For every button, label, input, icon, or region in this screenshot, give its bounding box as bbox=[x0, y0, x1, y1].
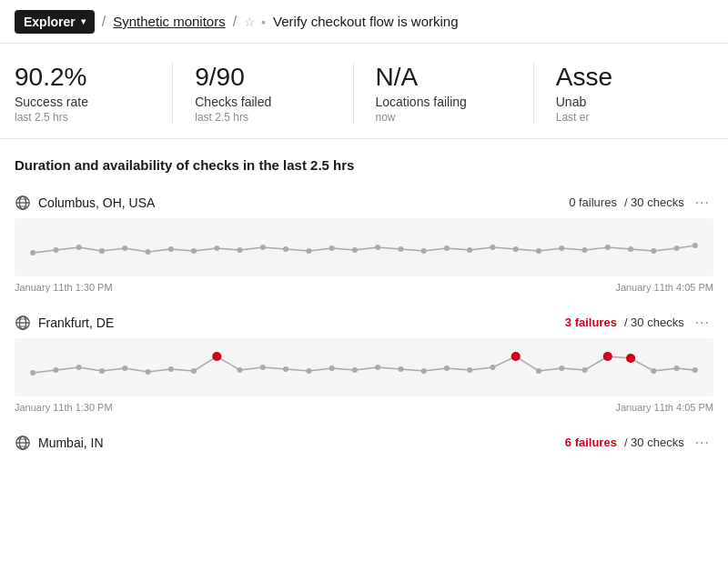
section-title: Duration and availability of checks in t… bbox=[15, 157, 713, 173]
locations-failing-value: N/A bbox=[376, 62, 511, 93]
svg-point-42 bbox=[76, 365, 82, 370]
location-columbus-name: Columbus, OH, USA bbox=[15, 195, 155, 211]
mumbai-stats: 6 failures / 30 checks ··· bbox=[565, 435, 713, 451]
page-title: Verify checkout flow is working bbox=[273, 14, 458, 29]
stat-locations-failing: N/A Locations failing now bbox=[376, 62, 533, 124]
checks-failed-sublabel: last 2.5 hrs bbox=[195, 111, 330, 124]
svg-point-69 bbox=[693, 367, 698, 373]
svg-point-19 bbox=[352, 247, 358, 253]
svg-point-51 bbox=[283, 366, 288, 372]
mumbai-name-text: Mumbai, IN bbox=[38, 436, 104, 450]
location-frankfurt-name: Frankfurt, DE bbox=[15, 315, 114, 331]
svg-point-48 bbox=[212, 352, 221, 361]
frankfurt-timestamps: January 11th 1:30 PM January 11th 4:05 P… bbox=[15, 400, 713, 424]
svg-point-12 bbox=[191, 248, 197, 254]
mumbai-more-button[interactable]: ··· bbox=[692, 435, 713, 451]
svg-point-15 bbox=[260, 245, 266, 250]
globe-icon-mumbai bbox=[15, 435, 31, 451]
frankfurt-end-time: January 11th 4:05 PM bbox=[615, 402, 713, 413]
svg-point-27 bbox=[536, 248, 541, 254]
frankfurt-failures: 3 failures bbox=[565, 316, 617, 329]
stat-divider-1 bbox=[172, 62, 173, 124]
svg-point-8 bbox=[99, 248, 105, 254]
svg-point-66 bbox=[626, 354, 635, 363]
mumbai-checks: / 30 checks bbox=[624, 436, 684, 449]
svg-point-57 bbox=[421, 368, 427, 374]
svg-point-44 bbox=[122, 366, 127, 371]
star-icon[interactable]: ☆ bbox=[244, 15, 256, 29]
assertions-sublabel: Last er bbox=[556, 111, 692, 124]
svg-point-46 bbox=[168, 366, 174, 372]
frankfurt-checks: / 30 checks bbox=[624, 316, 684, 329]
breadcrumb-icons: ☆ ▪ bbox=[244, 15, 266, 29]
stat-success-rate: 90.2% Success rate last 2.5 hrs bbox=[15, 62, 172, 124]
svg-point-16 bbox=[283, 246, 288, 252]
svg-point-28 bbox=[559, 245, 564, 251]
checks-failed-label: Checks failed bbox=[195, 95, 330, 109]
svg-point-40 bbox=[30, 370, 35, 376]
svg-point-25 bbox=[490, 245, 495, 250]
explorer-dropdown-button[interactable]: Explorer ▾ bbox=[15, 10, 95, 34]
svg-point-68 bbox=[674, 366, 680, 371]
svg-point-65 bbox=[603, 352, 612, 361]
svg-point-47 bbox=[191, 368, 197, 374]
svg-point-14 bbox=[238, 247, 243, 253]
stat-assertions: Asse Unab Last er bbox=[556, 62, 713, 124]
svg-point-53 bbox=[329, 366, 335, 371]
success-rate-value: 90.2% bbox=[15, 62, 150, 93]
svg-point-24 bbox=[467, 247, 472, 253]
columbus-end-time: January 11th 4:05 PM bbox=[615, 282, 713, 293]
svg-point-10 bbox=[145, 249, 150, 255]
location-columbus: Columbus, OH, USA 0 failures / 30 checks… bbox=[15, 191, 713, 304]
svg-point-7 bbox=[76, 245, 82, 250]
svg-point-50 bbox=[260, 365, 266, 370]
columbus-more-button[interactable]: ··· bbox=[692, 195, 713, 211]
columbus-checks: / 30 checks bbox=[624, 195, 684, 209]
globe-icon-columbus bbox=[15, 195, 31, 211]
explorer-label: Explorer bbox=[24, 15, 76, 29]
checks-failed-value: 9/90 bbox=[195, 62, 330, 93]
svg-point-49 bbox=[238, 367, 243, 373]
status-square-icon: ▪ bbox=[261, 15, 266, 29]
svg-point-56 bbox=[398, 366, 403, 372]
svg-point-26 bbox=[513, 246, 519, 252]
frankfurt-start-time: January 11th 1:30 PM bbox=[15, 402, 113, 413]
svg-point-62 bbox=[536, 368, 541, 374]
breadcrumb-bar: Explorer ▾ / Synthetic monitors / ☆ ▪ Ve… bbox=[0, 0, 728, 44]
svg-point-32 bbox=[651, 248, 656, 254]
success-rate-sublabel: last 2.5 hrs bbox=[15, 111, 150, 124]
columbus-stats: 0 failures / 30 checks ··· bbox=[569, 195, 713, 211]
svg-point-13 bbox=[214, 245, 219, 251]
assertions-label: Unab bbox=[556, 95, 692, 109]
svg-point-52 bbox=[306, 368, 311, 374]
svg-point-60 bbox=[490, 365, 495, 370]
svg-point-18 bbox=[329, 245, 335, 251]
synthetic-monitors-breadcrumb[interactable]: Synthetic monitors bbox=[113, 14, 225, 29]
stat-divider-3 bbox=[533, 62, 534, 124]
stats-row: 90.2% Success rate last 2.5 hrs 9/90 Che… bbox=[0, 44, 728, 139]
svg-point-17 bbox=[306, 248, 311, 254]
svg-point-34 bbox=[693, 243, 698, 248]
location-frankfurt-header: Frankfurt, DE 3 failures / 30 checks ··· bbox=[15, 311, 713, 338]
svg-point-30 bbox=[605, 245, 611, 250]
svg-point-41 bbox=[53, 367, 58, 373]
svg-point-45 bbox=[145, 369, 150, 375]
svg-point-9 bbox=[122, 245, 127, 251]
frankfurt-stats: 3 failures / 30 checks ··· bbox=[565, 315, 713, 331]
svg-point-6 bbox=[53, 247, 58, 253]
frankfurt-more-button[interactable]: ··· bbox=[692, 315, 713, 331]
svg-point-23 bbox=[444, 245, 450, 251]
assertions-value: Asse bbox=[556, 62, 692, 93]
stat-checks-failed: 9/90 Checks failed last 2.5 hrs bbox=[195, 62, 352, 124]
columbus-chart bbox=[15, 218, 713, 276]
svg-point-67 bbox=[651, 368, 656, 374]
svg-point-55 bbox=[375, 365, 380, 370]
locations-failing-sublabel: now bbox=[376, 111, 511, 124]
location-mumbai: Mumbai, IN 6 failures / 30 checks ··· bbox=[15, 431, 713, 458]
svg-point-43 bbox=[99, 368, 105, 374]
svg-point-59 bbox=[467, 367, 472, 373]
svg-point-5 bbox=[30, 250, 35, 255]
breadcrumb-separator-1: / bbox=[102, 14, 106, 30]
svg-point-33 bbox=[674, 245, 680, 251]
globe-icon-frankfurt bbox=[15, 315, 31, 331]
